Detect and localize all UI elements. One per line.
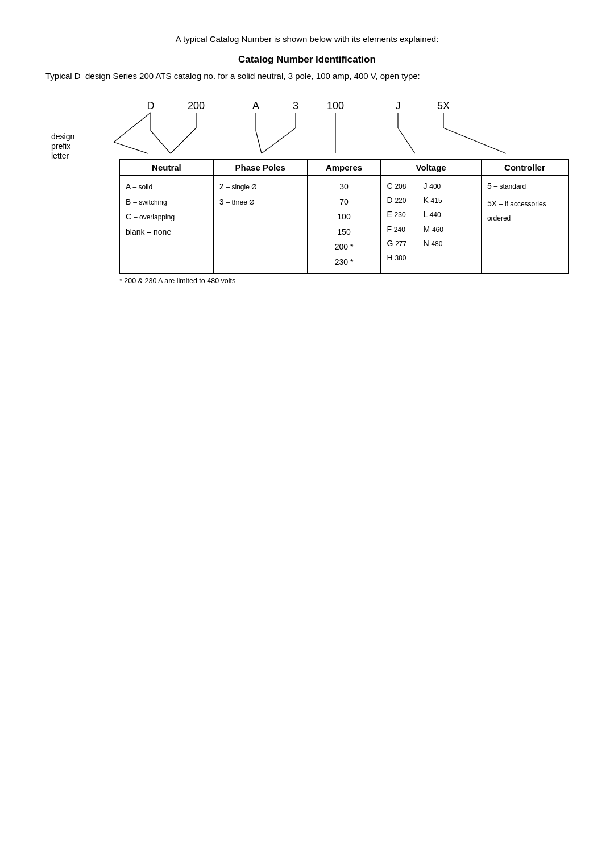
code-200: 200: [188, 100, 205, 111]
section-title: Catalog Number Identification: [45, 54, 569, 65]
neutral-item-b: B – switching: [126, 194, 208, 210]
svg-line-3: [171, 128, 196, 153]
letter-text: letter: [51, 151, 69, 159]
code-D: D: [147, 100, 155, 111]
voltage-left: C 208 D 220 E 230 F 240 G 277 H 380: [387, 179, 418, 265]
volt-h380: H 380: [387, 251, 418, 265]
ctrl-5: 5 – standard: [487, 179, 562, 193]
volt-j400: J 400: [423, 179, 451, 193]
controller-body: 5 – standard 5X – if accessories ordered: [482, 176, 568, 229]
phase-poles-header: Phase Poles: [214, 160, 307, 176]
amperes-column: Amperes 30 70 100 150 200 * 230 *: [307, 160, 381, 274]
volt-c208: C 208: [387, 179, 418, 193]
volt-d220: D 220: [387, 193, 418, 207]
neutral-header: Neutral: [120, 160, 213, 176]
controller-header: Controller: [482, 160, 568, 176]
footnote: * 200 & 230 A are limited to 480 volts: [119, 277, 569, 285]
svg-line-12: [443, 128, 506, 153]
voltage-right: J 400 K 415 L 440 M 460 N 480: [423, 179, 451, 265]
svg-line-13: [114, 113, 151, 142]
volt-g277: G 277: [387, 236, 418, 251]
neutral-body: A – solid B – switching C – overlapping …: [120, 176, 213, 243]
prefix-text: prefix: [51, 142, 70, 151]
voltage-header: Voltage: [381, 160, 481, 176]
intro-text: A typical Catalog Number is shown below …: [45, 34, 569, 44]
amp-100: 100: [313, 209, 375, 225]
volt-n480: N 480: [423, 236, 451, 251]
svg-line-10: [398, 128, 415, 153]
typical-desc: Typical D–design Series 200 ATS catalog …: [45, 71, 569, 81]
svg-line-14: [114, 142, 148, 153]
volt-m460: M 460: [423, 222, 451, 236]
voltage-body: C 208 D 220 E 230 F 240 G 277 H 380 J 40…: [381, 176, 481, 268]
amp-200: 200 *: [313, 239, 375, 255]
code-100: 100: [327, 100, 344, 111]
amp-230: 230 *: [313, 255, 375, 270]
neutral-item-blank: blank – none: [126, 225, 208, 240]
volt-l440: L 440: [423, 207, 451, 222]
phase-item-2: 2 – single Ø: [219, 179, 301, 194]
code-3: 3: [293, 100, 298, 111]
voltage-column: Voltage C 208 D 220 E 230 F 240 G 277 H …: [380, 160, 481, 274]
svg-line-1: [151, 131, 171, 153]
svg-line-7: [262, 128, 296, 153]
neutral-item-c: C – overlapping: [126, 209, 208, 225]
amp-30: 30: [313, 179, 375, 194]
code-J: J: [396, 100, 401, 111]
neutral-column: Neutral A – solid B – switching C – over…: [119, 160, 213, 274]
phase-poles-column: Phase Poles 2 – single Ø 3 – three Ø: [213, 160, 307, 274]
amp-70: 70: [313, 194, 375, 210]
volt-f240: F 240: [387, 222, 418, 236]
neutral-item-a: A – solid: [126, 179, 208, 194]
amp-150: 150: [313, 225, 375, 240]
phase-item-3: 3 – three Ø: [219, 194, 301, 210]
code-5X: 5X: [437, 100, 450, 111]
voltage-inner: C 208 D 220 E 230 F 240 G 277 H 380 J 40…: [387, 179, 475, 265]
svg-line-5: [256, 131, 262, 153]
design-prefix-text: design: [51, 132, 74, 141]
volt-k415: K 415: [423, 193, 451, 207]
amperes-header: Amperes: [308, 160, 381, 176]
phase-poles-body: 2 – single Ø 3 – three Ø: [214, 176, 307, 213]
catalog-table: Neutral A – solid B – switching C – over…: [119, 159, 569, 274]
code-A: A: [252, 100, 259, 111]
amperes-body: 30 70 100 150 200 * 230 *: [308, 176, 381, 273]
ctrl-5x: 5X – if accessories ordered: [487, 197, 562, 225]
volt-e230: E 230: [387, 207, 418, 222]
controller-column: Controller 5 – standard 5X – if accessor…: [481, 160, 569, 274]
catalog-diagram: D 200 A 3 100 J 5X: [45, 97, 569, 285]
diagram-lines-svg: D 200 A 3 100 J 5X: [45, 97, 591, 159]
